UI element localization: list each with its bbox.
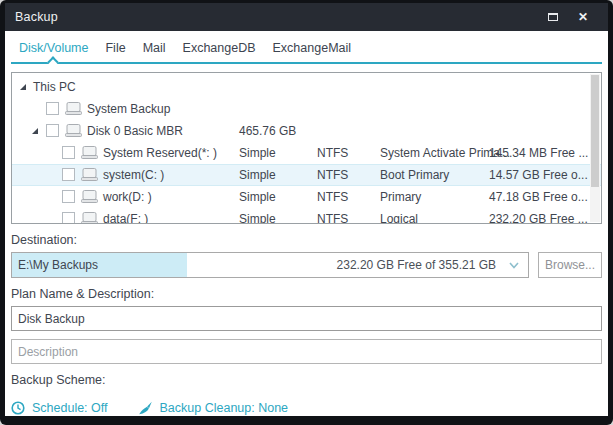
drive-icon: [81, 190, 98, 203]
tab-exchangedb[interactable]: ExchangeDB: [183, 35, 256, 61]
tree-item-label: This PC: [33, 76, 76, 98]
tree-row-system-reserved[interactable]: System Reserved(*: ) Simple NTFS System …: [12, 142, 601, 164]
disk-volume-tree: This PC System Backup Disk 0 Basic MBR 4…: [11, 72, 602, 224]
volume-name: work(D: ): [103, 186, 152, 208]
chevron-down-icon[interactable]: [509, 262, 519, 269]
volume-layout: Simple: [239, 142, 276, 164]
plan-name-label: Plan Name & Description:: [11, 287, 602, 301]
tree-item-label: System Backup: [87, 98, 170, 120]
volume-layout: Simple: [239, 208, 276, 224]
tab-mail[interactable]: Mail: [143, 35, 166, 61]
tree-scrollbar[interactable]: [590, 74, 600, 222]
volume-layout: Simple: [239, 186, 276, 208]
close-icon: ✕: [578, 10, 588, 24]
volume-free-space: 47.18 GB Free o...: [489, 186, 588, 208]
row-checkbox[interactable]: [62, 146, 75, 159]
row-checkbox[interactable]: [46, 102, 59, 115]
volume-name: system(C: ): [103, 164, 164, 186]
clock-icon: [11, 401, 25, 415]
maximize-icon: [548, 13, 558, 21]
tab-bar: Disk/Volume File Mail ExchangeDB Exchang…: [11, 31, 602, 64]
volume-type: Logical: [380, 208, 418, 224]
drive-icon: [65, 102, 82, 115]
row-checkbox[interactable]: [46, 124, 59, 137]
tree-row-disk0[interactable]: Disk 0 Basic MBR 465.76 GB: [12, 120, 601, 142]
schedule-link[interactable]: Schedule: Off: [11, 401, 108, 415]
close-button[interactable]: ✕: [568, 3, 598, 31]
titlebar: Backup ✕: [5, 3, 608, 31]
plan-description-input[interactable]: [11, 339, 602, 364]
maximize-button[interactable]: [538, 3, 568, 31]
volume-type: Primary: [380, 186, 421, 208]
volume-type: Boot Primary: [380, 164, 449, 186]
volume-name: System Reserved(*: ): [103, 142, 217, 164]
volume-free-space: 145.34 MB Free ...: [489, 142, 588, 164]
tree-row-system-c[interactable]: system(C: ) Simple NTFS Boot Primary 14.…: [12, 164, 601, 186]
destination-row: E:\My Backups 232.20 GB Free of 355.21 G…: [11, 252, 602, 278]
window-title: Backup: [15, 10, 58, 24]
tree-item-label: Disk 0 Basic MBR: [87, 120, 183, 142]
tab-underline: [11, 62, 602, 64]
tree-scrollbar-thumb[interactable]: [591, 75, 599, 187]
expander-icon[interactable]: [19, 83, 27, 91]
destination-path: E:\My Backups: [18, 253, 98, 277]
plan-name-input[interactable]: [11, 306, 602, 331]
backup-cleanup-link[interactable]: Backup Cleanup: None: [138, 401, 289, 415]
drive-icon: [81, 212, 98, 224]
tree-row-this-pc[interactable]: This PC: [12, 76, 601, 98]
volume-filesystem: NTFS: [317, 208, 348, 224]
row-checkbox[interactable]: [62, 190, 75, 203]
tree-row-work-d[interactable]: work(D: ) Simple NTFS Primary 47.18 GB F…: [12, 186, 601, 208]
drive-icon: [81, 168, 98, 181]
tab-file[interactable]: File: [105, 35, 125, 61]
volume-free-space: 232.20 GB Free ...: [489, 208, 588, 224]
row-checkbox[interactable]: [62, 212, 75, 224]
dialog-content: Disk/Volume File Mail ExchangeDB Exchang…: [5, 31, 608, 416]
volume-name: data(F: ): [103, 208, 148, 224]
volume-filesystem: NTFS: [317, 142, 348, 164]
row-checkbox[interactable]: [62, 168, 75, 181]
tree-row-system-backup[interactable]: System Backup: [12, 98, 601, 120]
tree-rows: This PC System Backup Disk 0 Basic MBR 4…: [12, 73, 601, 224]
backup-cleanup-label: Backup Cleanup: None: [160, 401, 289, 415]
tab-exchangemail[interactable]: ExchangeMail: [273, 35, 352, 61]
volume-layout: Simple: [239, 164, 276, 186]
expander-icon[interactable]: [31, 127, 39, 135]
browse-button[interactable]: Browse...: [538, 252, 602, 278]
drive-icon: [81, 146, 98, 159]
disk-size: 465.76 GB: [239, 120, 296, 142]
schedule-label: Schedule: Off: [32, 401, 108, 415]
destination-free-info: 232.20 GB Free of 355.21 GB: [337, 253, 496, 277]
broom-icon: [138, 401, 153, 415]
backup-dialog-window: Backup ✕ Disk/Volume File Mail ExchangeD…: [0, 0, 613, 425]
destination-label: Destination:: [11, 233, 602, 247]
volume-filesystem: NTFS: [317, 164, 348, 186]
destination-combobox[interactable]: E:\My Backups 232.20 GB Free of 355.21 G…: [11, 252, 529, 278]
volume-free-space: 14.57 GB Free o...: [489, 164, 588, 186]
drive-icon: [65, 124, 82, 137]
volume-filesystem: NTFS: [317, 186, 348, 208]
tree-row-data-f[interactable]: data(F: ) Simple NTFS Logical 232.20 GB …: [12, 208, 601, 224]
backup-scheme-label: Backup Scheme:: [11, 373, 602, 387]
backup-scheme-row: Schedule: Off Backup Cleanup: None: [11, 401, 602, 415]
